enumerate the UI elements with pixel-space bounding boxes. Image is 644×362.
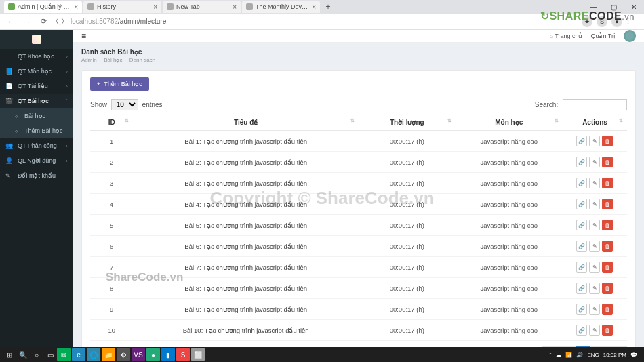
action-link-button[interactable]: 🔗: [576, 304, 587, 315]
page-size-select[interactable]: 10: [111, 99, 138, 110]
action-delete-button[interactable]: 🗑: [602, 157, 613, 167]
taskbar-app-icon[interactable]: VS: [132, 348, 145, 361]
action-edit-button[interactable]: ✎: [589, 220, 600, 230]
action-edit-button[interactable]: ✎: [589, 241, 600, 252]
cell-title: Bài 10: Tạo chương trình javascript đầu …: [133, 320, 359, 341]
browser-tab[interactable]: The Monthly Dev: World-Class T…×: [242, 1, 320, 13]
cell-title: Bài 1: Tạo chương trình javascript đầu t…: [133, 131, 359, 152]
column-header[interactable]: ID⇅: [90, 115, 133, 131]
hamburger-icon[interactable]: ≡: [81, 31, 86, 41]
tray-clock[interactable]: 10:02 PM: [603, 352, 626, 358]
taskbar-app-icon[interactable]: ⚙: [117, 348, 130, 361]
tab-close-icon[interactable]: ×: [312, 3, 316, 11]
add-lesson-button[interactable]: + Thêm Bài học: [90, 77, 149, 91]
sidebar-item[interactable]: 📄QT Tài liệu›: [0, 79, 73, 94]
action-delete-button[interactable]: 🗑: [602, 241, 613, 252]
taskbar-app-icon[interactable]: ⬜: [191, 348, 205, 361]
nav-back-icon[interactable]: ←: [5, 18, 16, 26]
action-delete-button[interactable]: 🗑: [602, 136, 613, 146]
action-link-button[interactable]: 🔗: [576, 178, 587, 188]
tab-close-icon[interactable]: ×: [74, 3, 78, 11]
table-row: 10Bài 10: Tạo chương trình javascript đầ…: [90, 320, 627, 341]
taskbar-app-icon[interactable]: S: [176, 348, 190, 361]
action-delete-button[interactable]: 🗑: [602, 220, 613, 230]
sidebar-item[interactable]: ✎Đổi mật khẩu: [0, 168, 73, 183]
sidebar-item[interactable]: ☰QT Khóa học›: [0, 49, 73, 64]
sidebar-logo[interactable]: [0, 30, 73, 49]
windows-start-icon[interactable]: ⊞: [3, 348, 16, 361]
tray-notifications-icon[interactable]: 💬: [630, 352, 637, 358]
action-link-button[interactable]: 🔗: [576, 325, 587, 336]
sort-icon: ⇅: [447, 119, 451, 122]
column-header[interactable]: Tiêu đề⇅: [133, 115, 359, 131]
cell-subject: Javascript năng cao: [456, 152, 563, 173]
action-edit-button[interactable]: ✎: [589, 136, 600, 146]
browser-tab[interactable]: New Tab×: [163, 1, 241, 13]
sidebar-item[interactable]: 📘QT Môn học›: [0, 64, 73, 79]
action-link-button[interactable]: 🔗: [576, 241, 587, 252]
sort-icon: ⇅: [125, 119, 129, 122]
action-link-button[interactable]: 🔗: [576, 157, 587, 167]
tab-close-icon[interactable]: ×: [153, 3, 157, 11]
browser-tab[interactable]: Admin | Quản lý Bài học×: [4, 1, 82, 13]
action-edit-button[interactable]: ✎: [589, 178, 600, 188]
add-tab-button[interactable]: +: [321, 2, 335, 12]
tray-lang[interactable]: ENG: [587, 352, 599, 358]
action-delete-button[interactable]: 🗑: [602, 199, 613, 209]
taskbar-search-icon[interactable]: 🔍: [16, 348, 30, 361]
action-delete-button[interactable]: 🗑: [602, 304, 613, 315]
tab-close-icon[interactable]: ×: [233, 3, 237, 11]
topbar-user-label[interactable]: Quản Trị: [590, 33, 616, 39]
column-header[interactable]: Thời lượng⇅: [359, 115, 456, 131]
tray-chevron-icon[interactable]: ˄: [549, 352, 552, 358]
action-link-button[interactable]: 🔗: [576, 199, 587, 209]
taskbar-app-icon[interactable]: ▮: [161, 348, 175, 361]
action-edit-button[interactable]: ✎: [589, 199, 600, 209]
taskbar-app-icon[interactable]: 🌐: [87, 348, 100, 361]
nav-forward-icon[interactable]: →: [22, 18, 33, 26]
cell-id: 10: [90, 320, 133, 341]
sidebar-item[interactable]: 👥QT Phân công›: [0, 138, 73, 153]
table-row: 3Bài 3: Tạo chương trình javascript đầu …: [90, 173, 627, 194]
sidebar-item[interactable]: 🎬QT Bài học˅: [0, 94, 73, 108]
cell-id: 3: [90, 173, 133, 194]
site-info-icon[interactable]: ⓘ: [54, 16, 65, 26]
topbar-home-link[interactable]: ⌂ Trang chủ: [550, 33, 583, 39]
cell-duration: 00:00:17 (h): [359, 152, 456, 173]
action-link-button[interactable]: 🔗: [576, 136, 587, 146]
crumb-root[interactable]: Admin: [81, 57, 97, 63]
action-edit-button[interactable]: ✎: [589, 283, 600, 294]
sidebar-item[interactable]: 👤QL Ngời dùng›: [0, 153, 73, 168]
action-link-button[interactable]: 🔗: [576, 262, 587, 273]
sidebar-subitem[interactable]: ○Thêm Bài học: [0, 123, 73, 138]
taskbar-app-icon[interactable]: ●: [146, 348, 160, 361]
taskbar-app-icon[interactable]: ✉: [57, 348, 71, 361]
tray-volume-icon[interactable]: 🔊: [576, 352, 583, 358]
tray-wifi-icon[interactable]: 📶: [565, 352, 572, 358]
taskbar-app-icon[interactable]: 📁: [102, 348, 115, 361]
search-input[interactable]: [563, 99, 627, 110]
avatar-icon[interactable]: [624, 30, 636, 42]
action-link-button[interactable]: 🔗: [576, 283, 587, 294]
browser-tab[interactable]: History×: [83, 1, 161, 13]
action-edit-button[interactable]: ✎: [589, 304, 600, 315]
column-header[interactable]: Môn học⇅: [456, 115, 563, 131]
action-delete-button[interactable]: 🗑: [602, 178, 613, 188]
crumb-mid[interactable]: Bài học: [104, 57, 122, 63]
url-text[interactable]: localhost:50782/admin/mlecture: [71, 18, 578, 25]
sidebar-subitem[interactable]: ○Bài học: [0, 108, 73, 123]
action-delete-button[interactable]: 🗑: [602, 262, 613, 273]
action-edit-button[interactable]: ✎: [589, 325, 600, 336]
task-view-icon[interactable]: ▭: [43, 348, 57, 361]
action-edit-button[interactable]: ✎: [589, 157, 600, 167]
cortana-icon[interactable]: ○: [30, 348, 43, 361]
nav-reload-icon[interactable]: ⟳: [38, 17, 49, 26]
cell-subject: Javascript năng cao: [456, 320, 563, 341]
action-delete-button[interactable]: 🗑: [602, 283, 613, 294]
tray-cloud-icon[interactable]: ☁: [556, 352, 561, 358]
action-delete-button[interactable]: 🗑: [602, 325, 613, 336]
column-header[interactable]: Actions⇅: [563, 115, 627, 131]
taskbar-app-icon[interactable]: e: [72, 348, 85, 361]
action-edit-button[interactable]: ✎: [589, 262, 600, 273]
action-link-button[interactable]: 🔗: [576, 220, 587, 230]
